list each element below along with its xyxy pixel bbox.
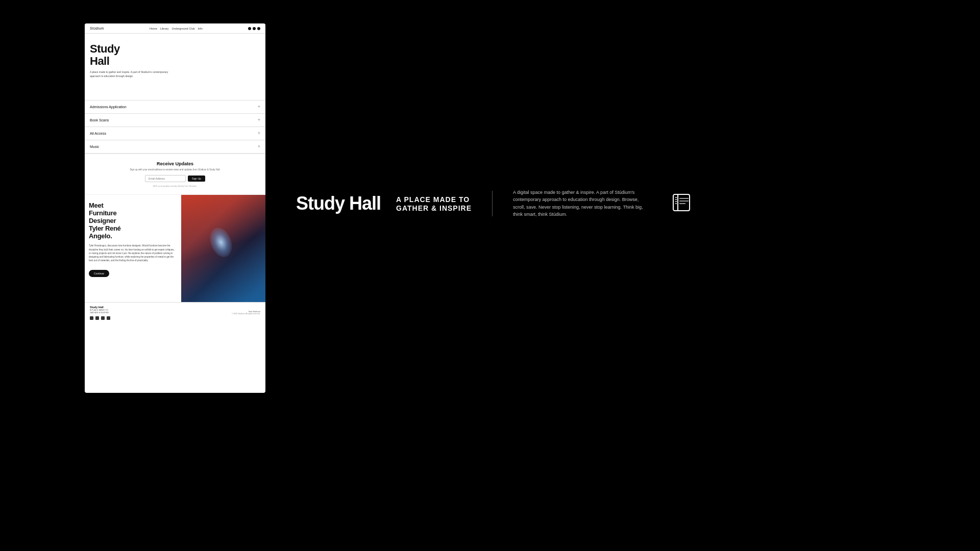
feature-section: Meet Furniture Designer Tyler René Angel… bbox=[85, 195, 265, 302]
branding-book-icon bbox=[671, 192, 692, 215]
branding-main-title: Study Hall bbox=[296, 194, 381, 213]
nav-icon-2[interactable] bbox=[253, 27, 256, 30]
feature-title: Meet Furniture Designer Tyler René Angel… bbox=[89, 202, 177, 240]
nav-icon-1[interactable] bbox=[248, 27, 251, 30]
footer-icon-4[interactable] bbox=[107, 316, 110, 320]
newsletter-signup-button[interactable]: Sign Up bbox=[188, 176, 205, 182]
newsletter-section: Receive Updates Sign up with your email … bbox=[85, 154, 265, 195]
nav-library[interactable]: Library bbox=[160, 27, 169, 30]
footer-legal: © 2022 Stúdium. All rights reserved. bbox=[232, 313, 260, 315]
branding-panel: Study Hall A PLACE MADE TO GATHER & INSP… bbox=[296, 189, 692, 218]
menu-admissions-label: Admissions Application bbox=[90, 105, 127, 109]
newsletter-form: Sign Up bbox=[90, 175, 260, 182]
newsletter-title: Receive Updates bbox=[90, 161, 260, 166]
menu-section: Admissions Application + Book Scans + Al… bbox=[85, 100, 265, 154]
hero-title: Study Hall bbox=[90, 43, 260, 67]
branding-description: A digital space made to gather & inspire… bbox=[513, 189, 646, 218]
site-footer: Study Hall A PLACE MADE TO GATHER & INSP… bbox=[85, 302, 265, 323]
nav-home[interactable]: Home bbox=[150, 27, 157, 30]
branding-tagline: A PLACE MADE TO GATHER & INSPIRE bbox=[396, 195, 472, 212]
site-logo: Stúdium bbox=[90, 27, 104, 30]
feature-continue-button[interactable]: Continue bbox=[89, 270, 109, 277]
nav-icon-group bbox=[248, 27, 260, 30]
menu-admissions-plus: + bbox=[258, 105, 260, 109]
feature-text: Meet Furniture Designer Tyler René Angel… bbox=[85, 195, 181, 302]
hero-section: Study Hall A place made to gather and in… bbox=[85, 34, 265, 100]
branding-tagline-line1: A PLACE MADE TO bbox=[396, 195, 472, 204]
menu-item-all-access[interactable]: All Access + bbox=[85, 127, 265, 140]
footer-icon-2[interactable] bbox=[95, 316, 99, 320]
book-svg-icon bbox=[671, 192, 692, 213]
menu-item-music[interactable]: Music + bbox=[85, 140, 265, 154]
menu-item-book-scans[interactable]: Book Scans + bbox=[85, 114, 265, 127]
footer-icon-3[interactable] bbox=[101, 316, 105, 320]
nav-links: Home Library Underground Club Info bbox=[150, 27, 203, 30]
menu-music-plus: + bbox=[258, 144, 260, 149]
nav-underground[interactable]: Underground Club bbox=[172, 27, 195, 30]
menu-music-label: Music bbox=[90, 145, 99, 148]
feature-image bbox=[181, 195, 265, 302]
branding-divider bbox=[492, 191, 493, 216]
branding-tagline-line2: GATHER & INSPIRE bbox=[396, 204, 472, 212]
menu-allaccess-label: All Access bbox=[90, 132, 106, 135]
hero-subtitle: A place made to gather and inspire. A pa… bbox=[90, 70, 172, 78]
menu-bookscans-plus: + bbox=[258, 118, 260, 122]
browser-window: Stúdium Home Library Underground Club In… bbox=[85, 23, 265, 393]
nav-icon-3[interactable] bbox=[257, 27, 260, 30]
menu-allaccess-plus: + bbox=[258, 131, 260, 136]
newsletter-desc: Sign up with your email address to recei… bbox=[90, 168, 260, 172]
footer-tagline: A PLACE MADE TO GATHER & INSPIRE bbox=[90, 309, 110, 314]
menu-item-admissions[interactable]: Admissions Application + bbox=[85, 101, 265, 114]
footer-social-icons bbox=[90, 316, 110, 320]
footer-brand: Study Hall A PLACE MADE TO GATHER & INSP… bbox=[90, 306, 110, 320]
site-nav: Stúdium Home Library Underground Club In… bbox=[85, 23, 265, 34]
newsletter-fine-print: We'll send updates weekly directly from … bbox=[90, 185, 260, 187]
newsletter-email-input[interactable] bbox=[145, 175, 186, 182]
feature-body: Tyler Rondongco, discusses how furniture… bbox=[89, 244, 177, 262]
svg-rect-0 bbox=[673, 194, 690, 211]
footer-icon-1[interactable] bbox=[90, 316, 93, 320]
nav-info[interactable]: Info bbox=[198, 27, 203, 30]
menu-bookscans-label: Book Scans bbox=[90, 118, 109, 122]
